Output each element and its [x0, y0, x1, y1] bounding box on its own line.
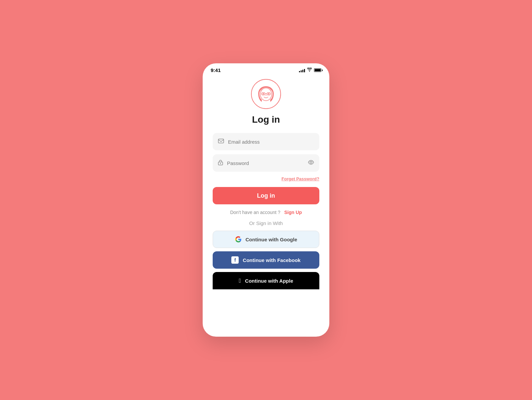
svg-point-8 — [220, 163, 221, 164]
login-button[interactable]: Log in — [213, 187, 319, 204]
facebook-signin-button[interactable]: f Continue with Facebook — [213, 251, 319, 269]
password-field-wrapper — [213, 154, 319, 172]
email-field-wrapper — [213, 133, 319, 150]
status-time: 9:41 — [211, 67, 221, 73]
svg-point-9 — [310, 161, 312, 163]
lock-icon — [218, 160, 223, 167]
signup-prompt: Don't have an account ? — [230, 210, 280, 215]
eye-icon[interactable] — [308, 160, 314, 166]
login-content: Log in — [203, 76, 329, 337]
apple-signin-button[interactable]:  Continue with Apple — [213, 272, 319, 289]
google-icon — [235, 236, 242, 243]
signup-link[interactable]: Sign Up — [284, 210, 302, 215]
signup-row: Don't have an account ? Sign Up — [230, 210, 302, 215]
signal-icon — [299, 68, 305, 72]
forgot-password-container: Forget Password? — [213, 176, 319, 182]
password-input-group — [213, 154, 319, 172]
status-bar: 9:41 — [203, 63, 329, 76]
email-input[interactable] — [228, 139, 314, 145]
email-input-group — [213, 133, 319, 150]
svg-point-5 — [268, 93, 269, 95]
facebook-button-label: Continue with Facebook — [243, 257, 300, 263]
avatar-svg — [254, 82, 278, 106]
phone-frame: 9:41 — [203, 63, 329, 337]
email-icon — [218, 139, 224, 145]
google-button-label: Continue with Google — [246, 237, 297, 242]
password-input[interactable] — [227, 160, 304, 166]
svg-rect-6 — [218, 139, 224, 143]
google-signin-button[interactable]: Continue with Google — [213, 231, 319, 248]
svg-point-4 — [263, 93, 264, 95]
avatar-container — [251, 79, 281, 109]
avatar — [251, 79, 281, 109]
page-title: Log in — [252, 114, 280, 125]
forgot-password-link[interactable]: Forget Password? — [282, 176, 319, 181]
battery-icon — [314, 68, 321, 72]
apple-icon:  — [239, 277, 241, 284]
facebook-icon: f — [231, 256, 239, 264]
or-divider: Or Sign in With — [249, 220, 283, 226]
apple-button-label: Continue with Apple — [245, 278, 293, 284]
status-icons — [299, 68, 321, 73]
wifi-icon — [307, 68, 312, 73]
svg-point-0 — [260, 88, 272, 101]
